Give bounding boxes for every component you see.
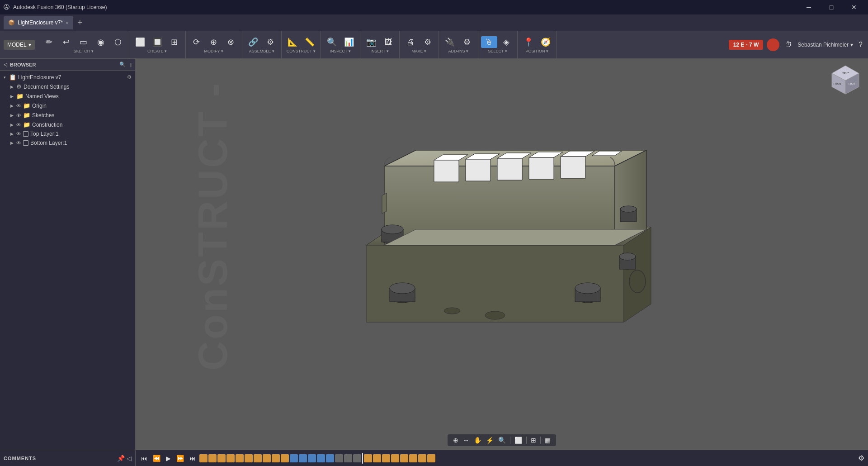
- vp-move-btn[interactable]: ↔: [461, 436, 471, 445]
- timeline-prev-button[interactable]: ⏪: [151, 454, 162, 463]
- timeline-item-8[interactable]: [272, 454, 280, 462]
- modify-btn-1[interactable]: ⟳: [189, 36, 205, 48]
- comments-collapse-button[interactable]: ◁: [127, 455, 132, 462]
- timeline-item-0[interactable]: [199, 454, 208, 462]
- insert-btn-2[interactable]: 🖼: [380, 36, 396, 48]
- tree-root-item[interactable]: ▾ 📋 LightEnclosure v7 ⚙: [0, 72, 135, 82]
- tree-item-top-layer[interactable]: ▶ 👁 Top Layer:1: [0, 129, 135, 138]
- addins-btn-1[interactable]: 🔌: [442, 36, 458, 48]
- timeline-item-16[interactable]: [344, 454, 352, 462]
- select-label[interactable]: SELECT ▾: [488, 49, 507, 53]
- position-btn-1[interactable]: 📍: [520, 36, 537, 48]
- timeline-item-10[interactable]: [290, 454, 298, 462]
- timeline-item-15[interactable]: [335, 454, 343, 462]
- construct-btn-1[interactable]: 📐: [284, 36, 301, 48]
- sketch-btn-3[interactable]: ▭: [75, 36, 92, 48]
- record-button[interactable]: [767, 38, 779, 51]
- close-button[interactable]: ✕: [844, 0, 864, 14]
- timeline-next-button[interactable]: ⏩: [175, 454, 186, 463]
- vp-orbit-btn[interactable]: ✋: [472, 436, 483, 445]
- energy-badge[interactable]: 12 E - 7 W: [729, 40, 764, 50]
- tab-close-button[interactable]: ×: [66, 20, 68, 25]
- timeline-item-23[interactable]: [400, 454, 408, 462]
- root-options-icon[interactable]: ⚙: [127, 74, 132, 80]
- select-btn-1[interactable]: 🖱: [481, 36, 497, 48]
- tree-item-named-views[interactable]: ▶ 📁 Named Views: [0, 91, 135, 101]
- insert-btn-1[interactable]: 📷: [363, 36, 379, 48]
- top-layer-arrow[interactable]: ▶: [9, 131, 14, 137]
- model-dropdown[interactable]: MODEL ▾: [4, 40, 35, 50]
- vp-snap-btn[interactable]: ⊕: [451, 436, 460, 445]
- assemble-btn-2[interactable]: ⚙: [262, 36, 278, 48]
- modify-btn-2[interactable]: ⊕: [206, 36, 222, 48]
- tree-item-origin[interactable]: ▶ 👁 📁 Origin: [0, 101, 135, 110]
- doc-settings-arrow[interactable]: ▶: [9, 84, 14, 90]
- create-btn-2[interactable]: 🔲: [149, 36, 165, 48]
- make-btn-1[interactable]: 🖨: [402, 36, 419, 48]
- minimize-button[interactable]: ─: [798, 0, 819, 14]
- create-btn-3[interactable]: ⊞: [166, 36, 183, 48]
- timeline-item-5[interactable]: [245, 454, 253, 462]
- timeline-item-13[interactable]: [317, 454, 325, 462]
- timeline-last-button[interactable]: ⏭: [188, 454, 198, 463]
- vp-display-btn[interactable]: ⬜: [513, 436, 524, 445]
- origin-eye-icon[interactable]: 👁: [16, 103, 21, 109]
- new-tab-button[interactable]: +: [75, 18, 85, 28]
- timeline-settings-button[interactable]: ⚙: [858, 454, 864, 462]
- sketches-eye-icon[interactable]: 👁: [16, 113, 21, 118]
- position-label[interactable]: POSITION ▾: [525, 49, 548, 53]
- position-btn-2[interactable]: 🧭: [538, 36, 554, 48]
- vp-grid-btn[interactable]: ⊞: [529, 436, 538, 445]
- timeline-item-6[interactable]: [254, 454, 262, 462]
- insert-label[interactable]: INSERT ▾: [371, 49, 389, 53]
- tree-item-construction[interactable]: ▶ 👁 📁 Construction: [0, 120, 135, 129]
- construction-arrow[interactable]: ▶: [9, 122, 14, 128]
- timeline-item-14[interactable]: [326, 454, 334, 462]
- tree-item-sketches[interactable]: ▶ 👁 📁 Sketches: [0, 110, 135, 120]
- browser-pin-button[interactable]: |: [130, 62, 132, 67]
- modify-label[interactable]: MODIFY ▾: [204, 49, 223, 53]
- addins-settings-btn[interactable]: ⚙: [459, 36, 475, 48]
- sketch-btn-2[interactable]: ↩: [58, 36, 75, 48]
- viewport[interactable]: ConSTRUCT -: [136, 59, 868, 450]
- select-btn-2[interactable]: ◈: [498, 36, 514, 48]
- construction-eye-icon[interactable]: 👁: [16, 122, 21, 128]
- origin-arrow[interactable]: ▶: [9, 103, 14, 109]
- timeline-item-26[interactable]: [427, 454, 435, 462]
- create-btn-1[interactable]: ⬜: [132, 36, 148, 48]
- construct-label[interactable]: CONSTRUCT ▾: [287, 49, 316, 53]
- timeline-item-3[interactable]: [226, 454, 235, 462]
- assemble-btn-1[interactable]: 🔗: [245, 36, 261, 48]
- vp-fit-btn[interactable]: 🔍: [496, 436, 508, 445]
- tree-item-bottom-layer[interactable]: ▶ 👁 Bottom Layer:1: [0, 138, 135, 147]
- sketch-label[interactable]: SKETCH ▾: [74, 49, 94, 53]
- inspect-btn-2[interactable]: 📊: [341, 36, 357, 48]
- timeline-item-24[interactable]: [409, 454, 417, 462]
- timeline-item-20[interactable]: [373, 454, 381, 462]
- create-label[interactable]: CREATE ▾: [147, 49, 167, 53]
- construct-btn-2[interactable]: 📏: [302, 36, 318, 48]
- browser-collapse-button[interactable]: ◁: [4, 62, 7, 67]
- timeline-first-button[interactable]: ⏮: [139, 454, 149, 463]
- assemble-label[interactable]: ASSEMBLE ▾: [249, 49, 274, 53]
- sketch-btn-5[interactable]: ⬡: [110, 36, 126, 48]
- bottom-layer-eye-icon[interactable]: 👁: [16, 140, 21, 146]
- browser-search-button[interactable]: 🔍: [119, 62, 126, 67]
- timeline-item-1[interactable]: [208, 454, 217, 462]
- make-btn-2[interactable]: ⚙: [420, 36, 436, 48]
- root-expand-arrow[interactable]: ▾: [2, 75, 7, 80]
- timeline-item-17[interactable]: [353, 454, 361, 462]
- named-views-arrow[interactable]: ▶: [9, 94, 14, 99]
- timeline-item-2[interactable]: [217, 454, 226, 462]
- timer-button[interactable]: ⏱: [783, 39, 794, 51]
- inspect-btn-1[interactable]: 🔍: [324, 36, 340, 48]
- help-button[interactable]: ?: [857, 39, 864, 51]
- timeline-item-11[interactable]: [299, 454, 307, 462]
- timeline-item-25[interactable]: [418, 454, 426, 462]
- timeline-item-4[interactable]: [236, 454, 244, 462]
- timeline-item-19[interactable]: [364, 454, 372, 462]
- timeline-item-9[interactable]: [281, 454, 289, 462]
- top-layer-eye-icon[interactable]: 👁: [16, 131, 21, 137]
- modify-btn-3[interactable]: ⊗: [223, 36, 239, 48]
- maximize-button[interactable]: □: [821, 0, 842, 14]
